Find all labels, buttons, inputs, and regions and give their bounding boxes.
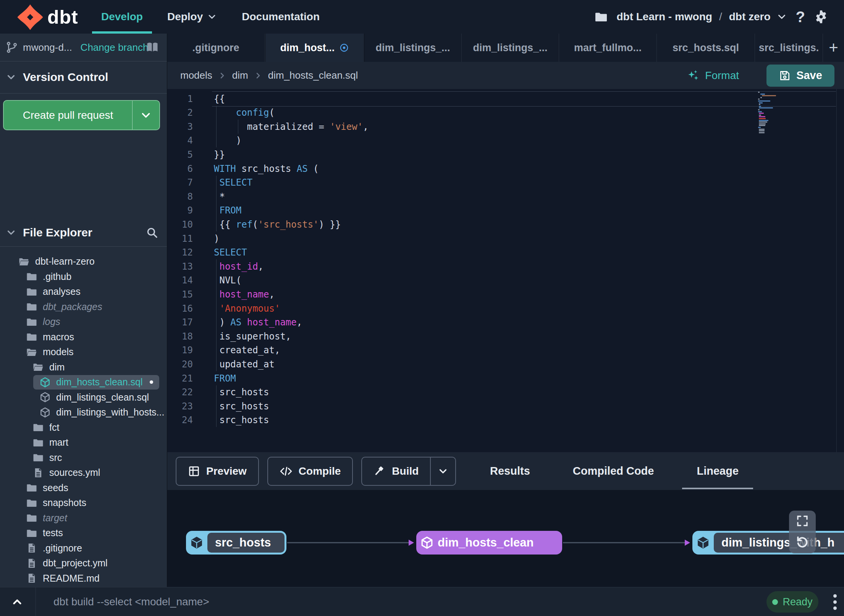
nav-item-documentation[interactable]: Documentation bbox=[242, 0, 320, 34]
code-line-22[interactable]: 22 src_hosts bbox=[167, 385, 269, 399]
file-tab-dim-listings-2[interactable]: dim_listings_... bbox=[364, 34, 462, 62]
version-control-title: Version Control bbox=[23, 71, 108, 84]
nav-item-develop[interactable]: Develop bbox=[101, 0, 143, 34]
tree-item-seeds[interactable]: seeds bbox=[0, 480, 167, 496]
chevron-down-icon[interactable] bbox=[776, 11, 787, 23]
change-branch-link[interactable]: Change branch bbox=[81, 42, 149, 53]
lineage-node-dim-hosts-clean[interactable]: dim_hosts_clean bbox=[416, 531, 562, 555]
version-control-header[interactable]: Version Control bbox=[0, 61, 167, 94]
code-line-16[interactable]: 16 'Anonymous' bbox=[167, 301, 280, 315]
expand-command-bar-icon[interactable] bbox=[5, 587, 29, 616]
editor-scrollbar[interactable] bbox=[836, 89, 837, 452]
code-line-15[interactable]: 15 host_name, bbox=[167, 287, 275, 301]
code-line-6[interactable]: 6WITH src_hosts AS ( bbox=[167, 162, 319, 176]
file-tab-label: dim_listings_... bbox=[375, 42, 450, 54]
code-line-17[interactable]: 17 ) AS host_name, bbox=[167, 315, 302, 330]
code-line-23[interactable]: 23 src_hosts bbox=[167, 399, 269, 413]
file-tab-src-hosts-sql-5[interactable]: src_hosts.sql bbox=[657, 34, 755, 62]
code-line-13[interactable]: 13 host_id, bbox=[167, 259, 264, 273]
code-line-4[interactable]: 4 ) bbox=[167, 134, 241, 148]
help-icon[interactable]: ? bbox=[796, 8, 805, 26]
dbt-logo[interactable]: dbt bbox=[17, 4, 78, 31]
breadcrumb-segment-dim-hosts-clean-sql[interactable]: dim_hosts_clean.sql bbox=[268, 70, 358, 81]
model-cube-icon bbox=[186, 536, 207, 550]
tree-item-fct[interactable]: fct bbox=[0, 420, 167, 435]
folder-icon bbox=[26, 286, 37, 297]
tree-item-github[interactable]: .github bbox=[0, 269, 167, 285]
preview-button[interactable]: Preview bbox=[176, 457, 259, 486]
breadcrumb-segment-models[interactable]: models bbox=[180, 70, 212, 81]
build-button[interactable]: Build bbox=[361, 457, 456, 486]
fullscreen-icon[interactable] bbox=[795, 514, 809, 528]
command-input[interactable]: dbt build --select <model_name> bbox=[53, 587, 209, 616]
nav-item-deploy[interactable]: Deploy bbox=[167, 0, 217, 34]
file-tab-label: src_hosts.sql bbox=[673, 42, 739, 54]
tree-item-target[interactable]: target bbox=[0, 511, 167, 526]
tree-item-src[interactable]: src bbox=[0, 450, 167, 466]
lineage-node-dim-listings-with-h[interactable]: dim_listings_with_h bbox=[692, 531, 844, 555]
panel-tab-lineage[interactable]: Lineage bbox=[675, 452, 760, 490]
pr-dropdown-toggle[interactable] bbox=[132, 101, 159, 129]
reset-view-icon[interactable] bbox=[795, 535, 810, 550]
file-tab-mart-fullmo-4[interactable]: mart_fullmo... bbox=[559, 34, 657, 62]
docs-book-icon[interactable] bbox=[146, 40, 159, 54]
code-line-18[interactable]: 18 is_superhost, bbox=[167, 329, 291, 343]
code-line-7[interactable]: 7 SELECT bbox=[167, 176, 252, 190]
code-line-10[interactable]: 10 {{ ref('src_hosts') }} bbox=[167, 217, 341, 231]
code-text: SELECT bbox=[214, 177, 252, 188]
tree-item-sources-yml[interactable]: sources.yml bbox=[0, 465, 167, 480]
tree-item-snapshots[interactable]: snapshots bbox=[0, 495, 167, 511]
code-line-1[interactable]: 1{{ bbox=[167, 92, 225, 106]
panel-tab-compiled-code[interactable]: Compiled Code bbox=[551, 452, 676, 490]
tree-item-dbt-packages[interactable]: dbt_packages bbox=[0, 299, 167, 315]
search-icon[interactable] bbox=[146, 226, 158, 239]
file-tab-dim-listings-3[interactable]: dim_listings_... bbox=[462, 34, 559, 62]
tree-item-dim[interactable]: dim bbox=[0, 360, 167, 375]
minimap-line bbox=[759, 121, 767, 123]
panel-tab-results[interactable]: Results bbox=[469, 452, 551, 490]
gear-icon[interactable] bbox=[813, 9, 829, 24]
line-number: 1 bbox=[167, 94, 193, 104]
code-line-19[interactable]: 19 created_at, bbox=[167, 343, 280, 357]
compile-button[interactable]: Compile bbox=[267, 457, 353, 486]
lineage-canvas[interactable]: src_hostsdim_hosts_cleandim_listings_wit… bbox=[167, 490, 844, 587]
code-editor[interactable]: 1{{2 config(3 materialized = 'view',4 )5… bbox=[167, 89, 844, 452]
tree-item-tests[interactable]: tests bbox=[0, 525, 167, 541]
breadcrumb-segment-dim[interactable]: dim bbox=[232, 70, 248, 81]
tree-item-macros[interactable]: macros bbox=[0, 330, 167, 345]
code-line-11[interactable]: 11) bbox=[167, 231, 219, 246]
tree-item-dim-listings-with-hosts[interactable]: dim_listings_with_hosts... bbox=[0, 405, 167, 420]
tree-item-models[interactable]: models bbox=[0, 344, 167, 360]
code-line-14[interactable]: 14 NVL( bbox=[167, 273, 241, 288]
code-line-5[interactable]: 5}} bbox=[167, 147, 225, 162]
code-line-2[interactable]: 2 config( bbox=[167, 106, 275, 120]
file-tab-gitignore-0[interactable]: .gitignore bbox=[167, 34, 265, 62]
project-breadcrumb[interactable]: dbt Learn - mwong / dbt zero bbox=[616, 11, 787, 23]
tree-item-mart[interactable]: mart bbox=[0, 435, 167, 450]
code-line-9[interactable]: 9 FROM bbox=[167, 204, 241, 218]
format-button[interactable]: Format bbox=[687, 69, 739, 82]
lineage-node-src-hosts[interactable]: src_hosts bbox=[186, 531, 286, 555]
tree-item-logs[interactable]: logs bbox=[0, 314, 167, 330]
tree-item-readme-md[interactable]: README.md bbox=[0, 571, 167, 586]
new-tab-button[interactable]: + bbox=[823, 34, 844, 62]
code-line-20[interactable]: 20 updated_at bbox=[167, 357, 275, 371]
tree-item-dim-hosts-clean-sql[interactable]: dim_hosts_clean.sql bbox=[0, 375, 167, 390]
file-explorer-header[interactable]: File Explorer bbox=[0, 218, 167, 247]
tree-item-analyses[interactable]: analyses bbox=[0, 284, 167, 299]
tree-item-dbt-project-yml[interactable]: dbt_project.yml bbox=[0, 556, 167, 571]
tree-item-gitignore[interactable]: .gitignore bbox=[0, 541, 167, 556]
code-line-12[interactable]: 12SELECT bbox=[167, 246, 247, 260]
file-tab-src-listings-6[interactable]: src_listings. bbox=[755, 34, 823, 62]
tree-item-dim-listings-clean-sql[interactable]: dim_listings_clean.sql bbox=[0, 390, 167, 405]
lineage-node-label: dim_listings_with_h bbox=[714, 533, 844, 553]
tree-item-dbt-learn-zero[interactable]: dbt-learn-zero bbox=[0, 254, 167, 269]
kebab-menu-icon[interactable] bbox=[831, 593, 839, 611]
save-button[interactable]: Save bbox=[766, 65, 834, 87]
code-line-21[interactable]: 21FROM bbox=[167, 371, 236, 385]
file-tab-dim-host-1[interactable]: dim_host... bbox=[265, 34, 364, 62]
build-dropdown-toggle[interactable] bbox=[430, 458, 455, 485]
code-line-3[interactable]: 3 materialized = 'view', bbox=[167, 120, 369, 134]
code-line-24[interactable]: 24 src_hosts bbox=[167, 413, 269, 427]
create-pull-request-button[interactable]: Create pull request bbox=[3, 100, 160, 130]
